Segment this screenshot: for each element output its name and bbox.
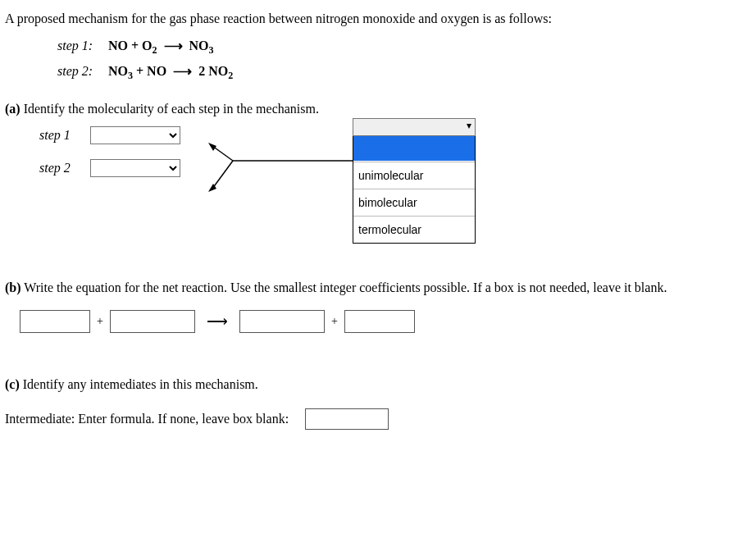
dropdown-option-termolecular[interactable]: termolecular: [353, 216, 475, 243]
part-b-prompt: Write the equation for the net reaction.…: [24, 280, 667, 294]
part-c: (c) Identify any intemediates in this me…: [5, 377, 751, 392]
plus-1: +: [97, 315, 103, 328]
part-c-prompt: Identify any intemediates in this mechan…: [23, 377, 258, 391]
product-2-input[interactable]: [344, 310, 415, 333]
s2-r1: NO: [108, 64, 128, 78]
dropdown-list: unimolecular bimolecular termolecular: [353, 135, 476, 244]
intro-text: A proposed mechanism for the gas phase r…: [5, 11, 751, 26]
step-2-label: step 2:: [57, 64, 108, 79]
s1-reactant: NO + O: [108, 39, 153, 52]
s2-product: NO: [208, 64, 228, 78]
dropdown-option-blank[interactable]: [353, 136, 475, 162]
svg-marker-4: [208, 184, 216, 192]
reactant-2-input[interactable]: [110, 310, 195, 333]
part-a-prompt: Identify the molecularity of each step i…: [24, 102, 319, 116]
arrow-icon: ⟶: [173, 63, 192, 79]
part-a-tag: (a): [5, 102, 20, 116]
step1-molecularity-select[interactable]: [90, 126, 180, 144]
reaction-arrow-icon: ⟶: [207, 312, 228, 330]
dropdown-toggle[interactable]: [353, 118, 476, 136]
dropdown-expanded: unimolecular bimolecular termolecular: [353, 118, 476, 244]
arrow-icon: ⟶: [164, 38, 183, 53]
product-1-input[interactable]: [239, 310, 325, 333]
part-b-tag: (b): [5, 280, 21, 294]
intermediate-label: Intermediate: Enter formula. If none, le…: [5, 412, 289, 426]
step-1: step 1: NO + O2 ⟶ NO3: [57, 38, 751, 53]
intermediate-row: Intermediate: Enter formula. If none, le…: [5, 408, 751, 430]
net-reaction-equation: + ⟶ +: [20, 310, 751, 333]
dropdown-option-bimolecular[interactable]: bimolecular: [353, 189, 475, 216]
step-2: step 2: NO3 + NO ⟶ 2 NO2: [57, 63, 751, 79]
step2-molecularity-select[interactable]: [90, 159, 180, 177]
dropdown-option-unimolecular[interactable]: unimolecular: [353, 162, 475, 189]
mechanism-steps: step 1: NO + O2 ⟶ NO3 step 2: NO3 + NO ⟶…: [57, 38, 751, 79]
pointer-arrow-icon: [208, 143, 353, 217]
step-1-label: step 1:: [57, 39, 108, 53]
part-c-tag: (c): [5, 377, 20, 391]
part-b: (b) Write the equation for the net react…: [5, 280, 751, 295]
step2-label: step 2: [39, 161, 90, 175]
reactant-1-input[interactable]: [20, 310, 90, 333]
part-a: (a) Identify the molecularity of each st…: [5, 102, 751, 116]
intermediate-input[interactable]: [305, 408, 389, 430]
plus-2: +: [331, 315, 338, 328]
s1-product: NO: [189, 39, 209, 52]
step1-label: step 1: [39, 128, 90, 143]
